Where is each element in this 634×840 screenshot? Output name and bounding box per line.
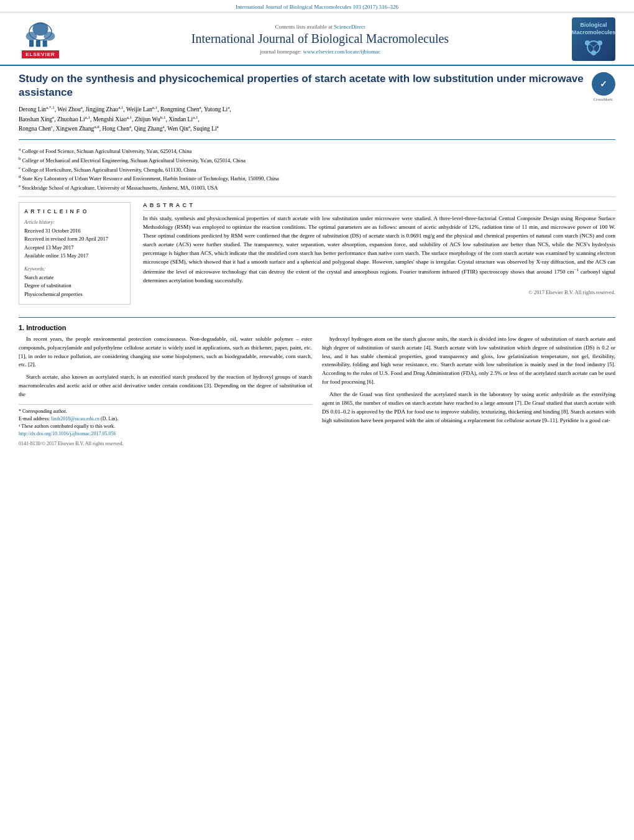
footnote-note: ¹ These authors contributed equally to t… (19, 423, 312, 430)
keywords-label: Keywords: (24, 265, 125, 274)
footnote-corresponding: * Corresponding author. (19, 408, 312, 415)
journal-title: International Journal of Biological Macr… (68, 32, 572, 46)
affiliation-e: e Stockbridge School of Agriculture, Uni… (19, 183, 615, 192)
para-4: After the de Graaf was first synthesized… (322, 390, 615, 425)
affiliations: a College of Food Science, Sichuan Agric… (19, 146, 615, 197)
intro-heading: 1. Introduction (19, 324, 615, 331)
abstract-section: A B S T R A C T In this study, synthesis… (143, 202, 615, 295)
elsevier-badge: ELSEVIER (22, 50, 59, 58)
body-text-right: hydroxyl hydrogen atom on the starch glu… (322, 335, 615, 425)
col-right: A B S T R A C T In this study, synthesis… (143, 202, 615, 310)
article-history-label: Article history: (24, 219, 125, 227)
body-text-left: In recent years, the people environmenta… (19, 335, 312, 400)
elsevier-logo: ELSEVIER (12, 21, 68, 58)
para-3: hydroxyl hydrogen atom on the starch glu… (322, 335, 615, 387)
journal-logo: Biological Macromolecules (572, 17, 622, 61)
keyword-1: Starch acetate (24, 274, 125, 282)
footer-copyright: 0141-8130/© 2017 Elsevier B.V. All right… (19, 440, 312, 448)
footnotes: * Corresponding author. E-mail address: … (19, 404, 312, 448)
copyright-notice: © 2017 Elsevier B.V. All rights reserved… (143, 289, 615, 295)
doi-line: http://dx.doi.org/10.1016/j.ijbiomac.201… (19, 430, 312, 438)
body-col-right: hydroxyl hydrogen atom on the starch glu… (322, 335, 615, 448)
affiliation-a: a College of Food Science, Sichuan Agric… (19, 146, 615, 155)
svg-line-12 (594, 44, 597, 47)
svg-point-10 (591, 50, 596, 55)
top-bar: International Journal of Biological Macr… (0, 0, 634, 12)
intro-section: 1. Introduction In recent years, the peo… (19, 324, 615, 448)
doi-link[interactable]: http://dx.doi.org/10.1016/j.ijbiomac.201… (19, 431, 116, 436)
revised-date: Received in revised form 20 April 2017 (24, 235, 125, 244)
article-title-section: Study on the synthesis and physicochemic… (19, 72, 615, 140)
svg-point-9 (597, 40, 602, 45)
svg-point-8 (585, 40, 590, 45)
keyword-3: Physicochemical properties (24, 290, 125, 299)
journal-center: Contents lists available at ScienceDirec… (68, 24, 572, 55)
crossmark-label: CrossMark (590, 97, 615, 102)
authors: Derong Lina,*,1, Wei Zhoua, Jingjing Zha… (19, 104, 584, 133)
abstract-title: A B S T R A C T (143, 202, 615, 211)
article-info: A R T I C L E I N F O Article history: R… (19, 202, 131, 304)
keyword-2: Degree of substitution (24, 282, 125, 290)
elsevier-tree-icon (22, 21, 59, 48)
para-1: In recent years, the people environmenta… (19, 335, 312, 370)
svg-rect-1 (36, 40, 40, 47)
homepage-link[interactable]: www.elsevier.com/locate/ijbiomac (303, 48, 380, 55)
journal-logo-box: Biological Macromolecules (572, 17, 615, 61)
article-info-abstract-section: A R T I C L E I N F O Article history: R… (19, 202, 615, 310)
footnote-email: E-mail address: lindr2018@sicau.edu.cn (… (19, 415, 312, 423)
article-title-text: Study on the synthesis and physicochemic… (19, 72, 584, 133)
sciencedirect-link[interactable]: ScienceDirect (334, 24, 365, 30)
received-date: Received 31 October 2016 (24, 227, 125, 236)
logo-graphic-icon (581, 38, 606, 57)
svg-point-6 (32, 22, 48, 35)
keywords-section: Keywords: Starch acetate Degree of subst… (24, 265, 125, 299)
journal-citation: International Journal of Biological Macr… (236, 4, 398, 10)
article-info-title: A R T I C L E I N F O (24, 208, 125, 216)
body-two-col: In recent years, the people environmenta… (19, 335, 615, 448)
contents-line: Contents lists available at ScienceDirec… (68, 24, 572, 30)
affiliation-b: b College of Mechanical and Electrical E… (19, 155, 615, 165)
abstract-text: In this study, synthesis and physicochem… (143, 215, 615, 285)
svg-rect-0 (29, 40, 34, 47)
email-link[interactable]: lindr2018@sicau.edu.cn (51, 416, 99, 422)
svg-rect-2 (43, 40, 47, 47)
col-left: A R T I C L E I N F O Article history: R… (19, 202, 131, 310)
section-divider (19, 317, 615, 318)
journal-header: ELSEVIER Contents lists available at Sci… (0, 12, 634, 66)
article-title: Study on the synthesis and physicochemic… (19, 72, 584, 99)
article-content: Study on the synthesis and physicochemic… (0, 66, 634, 460)
svg-line-11 (590, 44, 594, 47)
body-col-left: In recent years, the people environmenta… (19, 335, 312, 448)
affiliation-c: c College of Horticulture, Sichuan Agric… (19, 165, 615, 174)
homepage-line: journal homepage: www.elsevier.com/locat… (68, 48, 572, 55)
affiliation-d: d State Key Laboratory of Urban Water Re… (19, 173, 615, 183)
page: International Journal of Biological Macr… (0, 0, 634, 840)
online-date: Available online 15 May 2017 (24, 252, 125, 261)
para-2: Starch acetate, also known as acetylated… (19, 373, 312, 399)
crossmark: ✓ CrossMark (584, 72, 615, 102)
crossmark-icon: ✓ (592, 72, 615, 96)
accepted-date: Accepted 13 May 2017 (24, 244, 125, 252)
